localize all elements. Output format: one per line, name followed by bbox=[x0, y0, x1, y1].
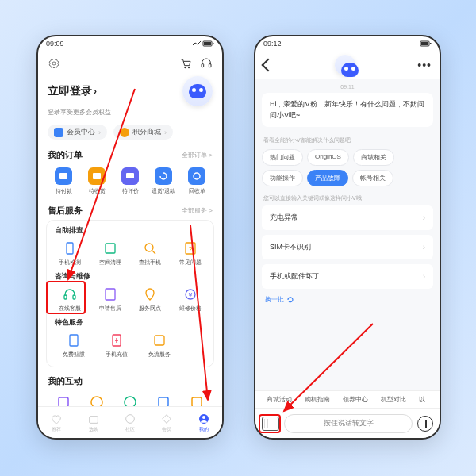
order-item-review[interactable]: 待评价 bbox=[116, 167, 144, 195]
svc-free-film[interactable]: 免费贴膜 bbox=[56, 332, 91, 359]
item-label: 手机充值 bbox=[106, 351, 128, 359]
refresh-link[interactable]: 换一批 bbox=[262, 294, 433, 305]
pill-label: 会员中心 bbox=[67, 127, 95, 137]
svc-find-phone[interactable]: 查找手机 bbox=[132, 240, 167, 267]
chip-account[interactable]: 帐号相关 bbox=[352, 170, 393, 186]
svg-rect-30 bbox=[89, 416, 98, 423]
phone-check-icon bbox=[63, 241, 77, 255]
keyboard-icon[interactable] bbox=[262, 416, 279, 431]
chevron-right-icon: › bbox=[164, 129, 167, 136]
section-title: 我的订单 bbox=[48, 149, 83, 161]
status-icons bbox=[420, 40, 432, 47]
login-row: 立即登录› bbox=[38, 73, 222, 108]
tab-member[interactable]: 会员 bbox=[160, 413, 173, 433]
item-label: 服务网点 bbox=[139, 305, 161, 313]
chip-mall[interactable]: 商城相关 bbox=[353, 149, 394, 166]
tab-label: 会员 bbox=[162, 426, 171, 433]
voice-input[interactable]: 按住说话转文字 bbox=[284, 414, 413, 433]
svg-rect-10 bbox=[126, 173, 134, 178]
chevron-right-icon: › bbox=[423, 213, 425, 222]
tag[interactable]: 领券中心 bbox=[338, 393, 373, 405]
plus-icon[interactable] bbox=[417, 416, 433, 432]
svc-free-data[interactable]: 免流服务 bbox=[142, 332, 177, 359]
svg-point-5 bbox=[188, 67, 190, 68]
status-bar: 09:12 bbox=[255, 36, 440, 51]
svc-stores[interactable]: 服务网点 bbox=[132, 286, 167, 313]
svg-point-31 bbox=[126, 414, 135, 423]
find-icon bbox=[143, 241, 157, 255]
wallet-icon bbox=[59, 171, 68, 181]
status-bar: 09:09 bbox=[38, 36, 222, 51]
orders-more-link[interactable]: 全部订单 > bbox=[182, 151, 213, 159]
svc-apply-after[interactable]: 申请售后 bbox=[93, 286, 128, 313]
svg-point-33 bbox=[202, 416, 205, 419]
svg-rect-1 bbox=[204, 42, 211, 45]
cleanup-icon bbox=[103, 241, 117, 255]
tab-label: 社区 bbox=[125, 426, 135, 433]
box-icon bbox=[92, 171, 102, 181]
group-title: 咨询与维修 bbox=[50, 271, 210, 285]
tag[interactable]: 机型对比 bbox=[376, 393, 411, 405]
tag[interactable]: 购机指南 bbox=[300, 393, 335, 405]
svc-cleanup[interactable]: 空间清理 bbox=[93, 240, 128, 267]
greeting-bubble: Hi，亲爱的V粉，新年快乐！有什么问题，不妨问问小V吧~ bbox=[262, 93, 433, 127]
question-row[interactable]: 手机或配件坏了› bbox=[262, 264, 433, 289]
refresh-label: 换一批 bbox=[265, 295, 284, 304]
headset-icon bbox=[63, 287, 77, 301]
item-label: 维修价格 bbox=[179, 305, 202, 313]
question-row[interactable]: SIM卡不识别› bbox=[262, 235, 433, 259]
pill-member-center[interactable]: 会员中心› bbox=[48, 125, 107, 140]
comment-icon bbox=[125, 171, 135, 181]
pill-label: 积分商城 bbox=[132, 127, 161, 137]
aftersales-card: 自助排查 手机检测 空间清理 查找手机 ?常见问题 咨询与维修 在线客服 申请售… bbox=[46, 220, 214, 367]
coin-icon bbox=[120, 128, 129, 137]
group-row: 在线客服 申请售后 服务网点 ¥维修价格 bbox=[50, 285, 210, 317]
question-label: 充电异常 bbox=[270, 213, 298, 223]
item-label: 查找手机 bbox=[139, 259, 161, 267]
order-item-recycle[interactable]: 回收单 bbox=[182, 167, 211, 195]
form-icon bbox=[103, 287, 117, 301]
chip-originos[interactable]: OriginOS bbox=[307, 149, 349, 166]
svg-point-11 bbox=[194, 173, 200, 179]
chevron-right-icon: › bbox=[94, 86, 97, 97]
settings-icon[interactable] bbox=[48, 57, 60, 70]
pill-points-mall[interactable]: 积分商城› bbox=[113, 125, 173, 140]
tag[interactable]: 以 bbox=[414, 393, 430, 405]
login-label: 立即登录 bbox=[48, 84, 92, 97]
chip-fault[interactable]: 产品故障 bbox=[307, 170, 348, 186]
order-item-pending-pay[interactable]: 待付款 bbox=[49, 167, 78, 195]
chat-body: 09:11 Hi，亲爱的V粉，新年快乐！有什么问题，不妨问问小V吧~ 看看全能的… bbox=[255, 79, 440, 390]
svg-text:?: ? bbox=[188, 245, 192, 253]
tag-bar[interactable]: 商城活动 购机指南 领券中心 机型对比 以 bbox=[255, 390, 440, 408]
more-icon[interactable]: ••• bbox=[417, 59, 432, 71]
refresh-icon bbox=[286, 296, 294, 304]
chip-function[interactable]: 功能操作 bbox=[262, 170, 303, 186]
chip-hot[interactable]: 热门问题 bbox=[262, 149, 303, 166]
question-row[interactable]: 充电异常› bbox=[262, 205, 433, 230]
orders-row: 待付款 待收货 待评价 退货/退款 回收单 bbox=[38, 163, 222, 202]
svc-online-service[interactable]: 在线客服 bbox=[52, 286, 87, 313]
headset-icon[interactable] bbox=[200, 57, 213, 70]
aftersales-more-link[interactable]: 全部服务 > bbox=[182, 206, 213, 215]
chip-row: 热门问题 OriginOS 商城相关 功能操作 产品故障 帐号相关 bbox=[262, 148, 433, 191]
login-button[interactable]: 立即登录› bbox=[48, 84, 97, 98]
chevron-right-icon: › bbox=[423, 272, 425, 281]
avatar[interactable] bbox=[182, 76, 213, 106]
order-item-refund[interactable]: 退货/退款 bbox=[149, 167, 178, 195]
svc-faq[interactable]: ?常见问题 bbox=[173, 240, 208, 267]
svg-rect-22 bbox=[70, 335, 78, 346]
svc-recharge[interactable]: 手机充值 bbox=[99, 332, 134, 359]
tab-mine[interactable]: 我的 bbox=[198, 413, 210, 433]
tab-community[interactable]: 社区 bbox=[124, 413, 136, 433]
cart-icon[interactable] bbox=[179, 57, 192, 70]
tab-recommend[interactable]: 推荐 bbox=[50, 413, 63, 433]
order-item-shipping[interactable]: 待收货 bbox=[83, 167, 111, 195]
svc-repair-price[interactable]: ¥维修价格 bbox=[173, 286, 208, 313]
item-label: 手机检测 bbox=[59, 259, 81, 267]
tag[interactable]: 商城活动 bbox=[262, 393, 297, 405]
svg-rect-13 bbox=[106, 244, 115, 253]
back-icon[interactable] bbox=[262, 59, 275, 72]
tab-shop[interactable]: 选购 bbox=[87, 413, 100, 433]
svc-phone-check[interactable]: 手机检测 bbox=[52, 240, 87, 267]
item-label: 退货/退款 bbox=[152, 187, 175, 195]
